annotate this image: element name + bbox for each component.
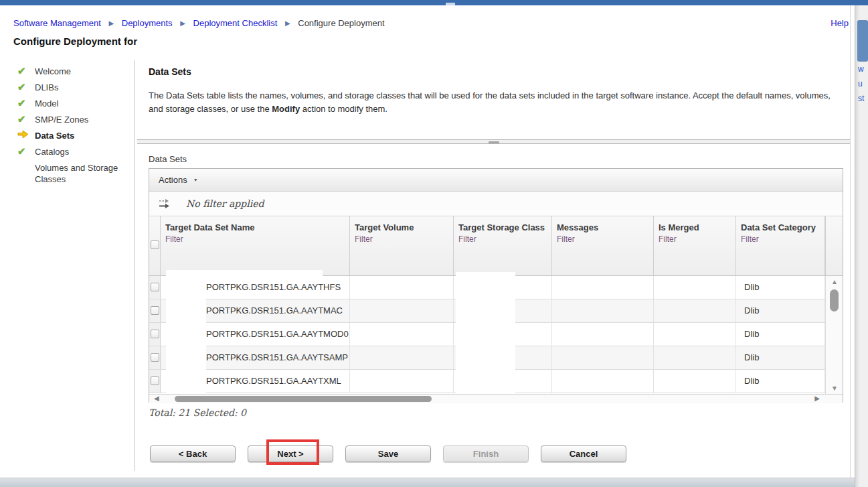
breadcrumb-link-deployments[interactable]: Deployments: [122, 18, 173, 28]
checklist-sidebar: ✔ Welcome ✔ DLIBs ✔ Model ✔ SMP/E Zones …: [17, 66, 131, 190]
step-description-text: The Data Sets table lists the names, vol…: [149, 90, 831, 114]
column-header-target-data-set-name[interactable]: Target Data Set Name Filter: [161, 216, 350, 275]
row-checkbox[interactable]: [151, 306, 159, 315]
cell-is-merged: [654, 276, 736, 299]
filter-arrows-icon[interactable]: [159, 198, 171, 209]
vertical-scrollbar[interactable]: ▲ ▼: [825, 276, 843, 394]
cell-target-volume: [350, 323, 454, 346]
green-check-icon: ✔: [17, 81, 26, 92]
splitter-handle-icon[interactable]: [489, 141, 499, 143]
row-checkbox[interactable]: [151, 330, 159, 338]
sidebar-item-label: Volumes and Storage Classes: [35, 162, 128, 185]
cell-target-volume: [350, 370, 454, 393]
green-check-icon: ✔: [17, 65, 26, 76]
column-title[interactable]: Data Set Category: [741, 222, 822, 232]
row-checkbox[interactable]: [151, 376, 159, 385]
scroll-down-icon[interactable]: ▼: [826, 385, 843, 392]
sidebar-item-label: Catalogs: [35, 146, 69, 157]
column-header-is-merged[interactable]: Is Merged Filter: [654, 216, 736, 275]
sidebar-item-label: DLIBs: [35, 82, 58, 93]
filter-status-text: No filter applied: [186, 198, 264, 209]
column-title[interactable]: Messages: [557, 222, 650, 232]
green-check-icon: ✔: [17, 145, 26, 157]
cell-messages: [552, 370, 654, 393]
cell-target-volume: [350, 346, 454, 369]
filter-status-bar: No filter applied: [149, 192, 843, 216]
table-caption: Data Sets: [149, 154, 187, 164]
breadcrumb-separator-icon: ▶: [285, 19, 290, 27]
table-summary: Total: 21 Selected: 0: [149, 407, 246, 418]
column-title[interactable]: Target Storage Class: [458, 222, 549, 232]
column-title[interactable]: Target Volume: [355, 222, 450, 232]
sidebar-item-data-sets[interactable]: Data Sets: [17, 130, 131, 141]
column-filter-link[interactable]: Filter: [355, 234, 373, 244]
breadcrumb: Software Management ▶ Deployments ▶ Depl…: [13, 18, 385, 28]
vertical-scroll-thumb[interactable]: [830, 289, 839, 311]
chevron-down-icon[interactable]: ▼: [193, 178, 198, 182]
horizontal-scroll-thumb[interactable]: [175, 396, 432, 402]
column-header-data-set-category[interactable]: Data Set Category Filter: [736, 216, 825, 275]
breadcrumb-separator-icon: ▶: [108, 19, 114, 27]
background-window-text-fragment: w: [858, 64, 864, 74]
green-check-icon: ✔: [17, 113, 26, 125]
column-filter-link[interactable]: Filter: [458, 234, 476, 244]
save-button[interactable]: Save: [345, 445, 431, 462]
row-checkbox-cell: [149, 299, 161, 322]
breadcrumb-separator-icon: ▶: [180, 19, 185, 27]
redaction-overlay: [456, 272, 515, 394]
redaction-overlay: [166, 271, 206, 394]
breadcrumb-link-deployment-checklist[interactable]: Deployment Checklist: [193, 18, 278, 28]
scroll-left-icon[interactable]: ◀: [154, 395, 159, 402]
row-checkbox[interactable]: [151, 353, 159, 362]
current-step-arrow-icon: [17, 130, 29, 139]
top-blue-bar: [0, 0, 868, 5]
red-highlight-annotation: [266, 439, 319, 465]
row-checkbox-cell: [149, 370, 161, 393]
breadcrumb-link-software-management[interactable]: Software Management: [13, 18, 101, 28]
help-link[interactable]: Help: [831, 18, 849, 28]
cell-is-merged: [654, 299, 736, 322]
column-title[interactable]: Is Merged: [659, 222, 733, 232]
cell-messages: [552, 346, 654, 369]
actions-toolbar: Actions ▼: [149, 169, 843, 192]
column-title[interactable]: Target Data Set Name: [165, 222, 347, 232]
select-all-checkbox[interactable]: [151, 240, 159, 249]
cell-is-merged: [654, 323, 736, 346]
sidebar-item-welcome[interactable]: ✔ Welcome: [17, 66, 131, 77]
column-filter-link[interactable]: Filter: [165, 234, 183, 244]
back-button[interactable]: < Back: [150, 445, 236, 462]
column-filter-link[interactable]: Filter: [659, 234, 677, 244]
actions-menu-button[interactable]: Actions: [159, 175, 187, 185]
pane-splitter[interactable]: [137, 139, 850, 144]
scroll-up-icon[interactable]: ▲: [826, 278, 843, 285]
step-description-text: action to modify them.: [300, 104, 387, 114]
window-bottom-band: [0, 478, 868, 487]
row-checkbox-cell: [149, 346, 161, 369]
horizontal-scrollbar[interactable]: ◀ ▶: [149, 394, 843, 403]
row-checkbox-cell: [149, 323, 161, 346]
step-description-bold: Modify: [272, 104, 300, 114]
cell-data-set-category: Dlib: [736, 299, 825, 322]
window-right-border: [850, 5, 851, 478]
background-window-sliver: w u st: [855, 5, 868, 487]
column-filter-link[interactable]: Filter: [557, 234, 575, 244]
row-checkbox[interactable]: [151, 283, 159, 291]
cancel-button[interactable]: Cancel: [541, 445, 626, 462]
column-header-target-storage-class[interactable]: Target Storage Class Filter: [454, 216, 552, 275]
scroll-right-icon[interactable]: ▶: [814, 395, 820, 402]
background-window-text-fragment: st: [858, 94, 864, 103]
sidebar-item-dlibs[interactable]: ✔ DLIBs: [17, 82, 131, 93]
column-header-target-volume[interactable]: Target Volume Filter: [350, 216, 454, 275]
green-check-icon: ✔: [17, 97, 26, 109]
table-header-row: Target Data Set Name Filter Target Volum…: [149, 216, 843, 276]
sidebar-item-catalogs[interactable]: ✔ Catalogs: [17, 146, 131, 157]
column-filter-link[interactable]: Filter: [741, 234, 759, 244]
breadcrumb-current: Configure Deployment: [298, 18, 384, 28]
sidebar-item-volumes-storage-classes[interactable]: Volumes and Storage Classes: [17, 162, 131, 185]
sidebar-item-smpe-zones[interactable]: ✔ SMP/E Zones: [17, 114, 131, 125]
background-window-fragment: [857, 20, 868, 62]
cell-data-set-category: Dlib: [736, 323, 825, 346]
column-header-messages[interactable]: Messages Filter: [552, 216, 654, 275]
sidebar-item-model[interactable]: ✔ Model: [17, 98, 131, 109]
topbar-notch: [446, 3, 455, 5]
